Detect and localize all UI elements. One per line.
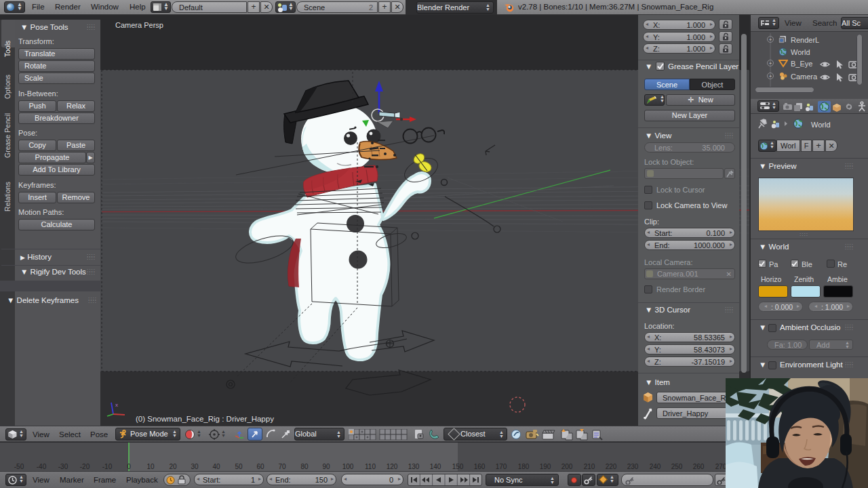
svg-text:Camera Persp: Camera Persp: [115, 21, 163, 29]
svg-text:(0) Snowman_Face_Rig : Driver_: (0) Snowman_Face_Rig : Driver_Happy: [136, 415, 274, 423]
svg-text:x: x: [115, 402, 118, 408]
